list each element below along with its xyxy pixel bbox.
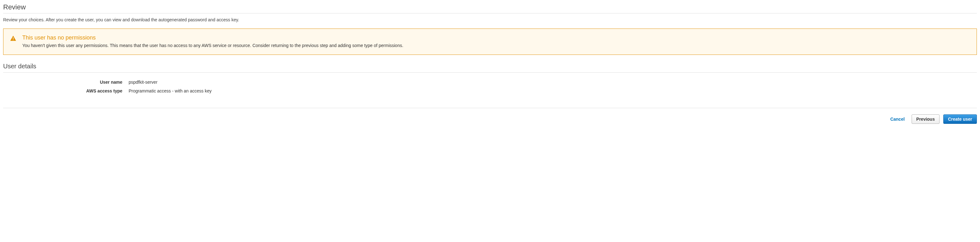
label-username: User name: [3, 80, 129, 85]
divider: [3, 108, 977, 108]
action-row: Cancel Previous Create user: [3, 114, 977, 124]
create-user-button[interactable]: Create user: [943, 114, 977, 124]
value-access-type: Programmatic access - with an access key: [129, 89, 212, 93]
value-username: pspdfkit-server: [129, 80, 158, 85]
svg-rect-0: [13, 37, 13, 39]
alert-message: You haven't given this user any permissi…: [22, 42, 970, 49]
review-title: Review: [3, 3, 977, 13]
permissions-warning-alert: This user has no permissions You haven't…: [3, 28, 977, 55]
warning-icon: [10, 35, 17, 42]
label-access-type: AWS access type: [3, 89, 129, 93]
user-details-title: User details: [3, 63, 977, 73]
previous-button[interactable]: Previous: [912, 114, 940, 124]
svg-rect-1: [13, 40, 13, 40]
detail-row-username: User name pspdfkit-server: [3, 78, 977, 87]
detail-row-access-type: AWS access type Programmatic access - wi…: [3, 87, 977, 95]
review-description: Review your choices. After you create th…: [3, 17, 977, 22]
cancel-button[interactable]: Cancel: [887, 115, 908, 123]
alert-title: This user has no permissions: [22, 35, 970, 41]
